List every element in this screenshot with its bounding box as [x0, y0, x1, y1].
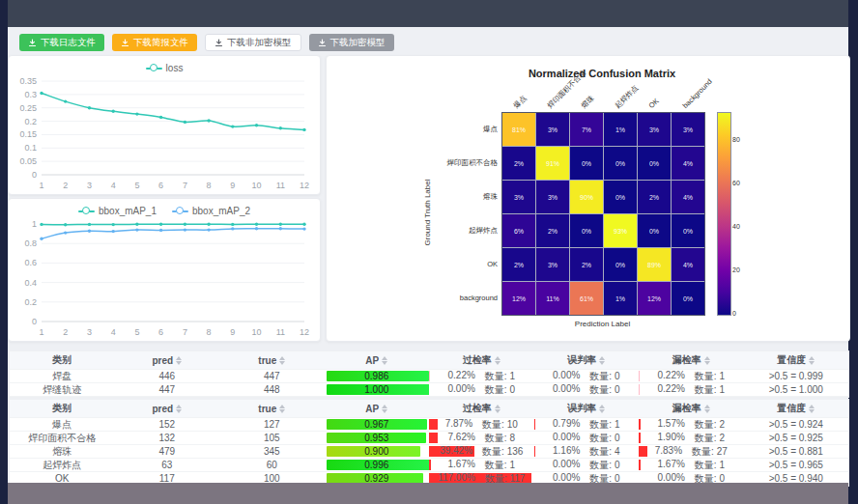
column-header-confidence[interactable]: 置信度: [744, 351, 849, 369]
column-header-label: 漏检率: [672, 353, 701, 367]
column-header-label: 置信度: [777, 402, 806, 415]
sort-caret-icon[interactable]: [495, 356, 500, 365]
column-header-over-rate[interactable]: 过检率: [429, 351, 534, 369]
sort-caret-icon[interactable]: [599, 405, 605, 413]
heatmap-cell: 81%: [502, 113, 535, 146]
top-header-bar: [8, 0, 848, 27]
rate-count: 数量: 136: [482, 445, 523, 458]
svg-text:7: 7: [183, 181, 187, 190]
svg-text:4: 4: [111, 327, 116, 337]
rate-cell: 1.90%数量: 2: [639, 432, 744, 444]
y-axis-label: Ground Truth Label: [423, 180, 432, 246]
legend-line-icon: [146, 64, 162, 72]
rate-percent: 1.57%: [658, 418, 685, 431]
rate-count: 数量: 2: [695, 432, 725, 444]
table-header-row: 类别predtrueAP过检率误判率漏检率置信度: [10, 351, 848, 370]
rate-percent: 39.42%: [440, 445, 472, 458]
sort-caret-icon[interactable]: [176, 356, 182, 365]
legend-label: loss: [166, 63, 184, 73]
legend-item[interactable]: loss: [146, 63, 184, 73]
results-table-1: 类别predtrueAP过检率误判率漏检率置信度焊盘4464470.9860.2…: [9, 350, 849, 398]
legend-item[interactable]: bbox_mAP_1: [78, 206, 157, 216]
map-chart-legend: bbox_mAP_1bbox_mAP_2: [9, 206, 320, 216]
legend-item[interactable]: bbox_mAP_2: [172, 206, 250, 216]
rate-bar: [429, 419, 438, 430]
category-cell: 起焊炸点: [10, 459, 115, 471]
category-cell: 焊印面积不合格: [10, 432, 115, 444]
confidence-cell: >0.5 = 0.881: [744, 445, 849, 458]
column-header-misjudge-rate[interactable]: 误判率: [534, 351, 640, 369]
y-tick-label: background: [426, 294, 498, 302]
sort-caret-icon[interactable]: [279, 405, 285, 413]
sort-caret-icon[interactable]: [704, 356, 710, 365]
heatmap-cell: 2%: [502, 147, 535, 180]
line-chart-canvas: 00.20.40.60.81123456789101112: [9, 199, 318, 339]
heatmap-cell: 3%: [638, 113, 671, 146]
sort-caret-icon[interactable]: [279, 356, 285, 365]
svg-text:3: 3: [87, 181, 92, 190]
download-encrypted-model-button[interactable]: 下载加密模型: [309, 34, 394, 51]
map-chart: 00.20.40.60.81123456789101112: [9, 199, 320, 343]
sort-caret-icon[interactable]: [809, 405, 815, 413]
pred-cell: 447: [115, 383, 220, 396]
heatmap-cell: 89%: [638, 248, 671, 281]
heatmap-cell: 91%: [536, 147, 569, 180]
svg-text:0.15: 0.15: [19, 129, 37, 139]
table-row: 熔珠4793450.90039.42%数量: 1361.16%数量: 47.83…: [10, 445, 848, 459]
column-header-pred[interactable]: pred: [115, 400, 220, 417]
true-cell: 447: [219, 370, 325, 382]
download-unencrypted-model-button[interactable]: 下载非加密模型: [205, 34, 301, 51]
sort-caret-icon[interactable]: [176, 405, 182, 413]
sort-caret-icon[interactable]: [382, 405, 387, 413]
svg-text:5: 5: [134, 327, 139, 337]
download-icon: [121, 39, 129, 47]
table-row: 起焊炸点63600.9961.67%数量: 10.00%数量: 01.67%数量…: [10, 459, 848, 472]
svg-text:11: 11: [276, 327, 285, 337]
table-row: 焊盘4464470.9860.22%数量: 10.00%数量: 00.22%数量…: [10, 370, 848, 383]
legend-line-icon: [78, 207, 95, 215]
colorbar: [717, 112, 731, 316]
column-header-misjudge-rate[interactable]: 误判率: [534, 400, 640, 417]
rate-cell: 0.00%数量: 0: [534, 459, 640, 471]
rate-count: 数量: 0: [589, 459, 619, 471]
colorbar-tick-label: 40: [732, 223, 740, 230]
column-header-ap[interactable]: AP: [325, 351, 430, 369]
sort-caret-icon[interactable]: [704, 405, 710, 413]
column-header-miss-rate[interactable]: 漏检率: [639, 400, 744, 417]
rate-count: 数量: 0: [589, 370, 619, 382]
heatmap-cell: 0%: [604, 181, 637, 213]
button-label: 下载简报文件: [133, 38, 188, 47]
rate-percent: 7.87%: [445, 418, 472, 431]
footer-bar: [8, 483, 848, 504]
column-header-label: AP: [365, 404, 379, 414]
loss-chart: 00.050.10.150.20.250.30.3512345678910111…: [9, 56, 320, 196]
heatmap-cell: 0%: [604, 147, 637, 180]
svg-text:12: 12: [300, 181, 309, 190]
confidence-cell: >0.5 = 0.925: [744, 432, 849, 444]
column-header-miss-rate[interactable]: 漏检率: [639, 351, 744, 369]
colorbar-tick-label: 60: [732, 180, 740, 186]
heatmap-cell: 93%: [604, 214, 637, 247]
sort-caret-icon[interactable]: [809, 356, 815, 365]
sort-caret-icon[interactable]: [599, 356, 605, 365]
sort-caret-icon[interactable]: [495, 405, 500, 413]
heatmap-cell: 1%: [604, 113, 637, 146]
column-header-ap[interactable]: AP: [325, 400, 430, 417]
main-content: 下载日志文件下载简报文件下载非加密模型下载加密模型 loss 00.050.10…: [8, 27, 848, 483]
svg-text:0: 0: [32, 317, 37, 326]
rate-percent: 1.67%: [448, 459, 475, 471]
sort-caret-icon[interactable]: [382, 356, 387, 365]
column-header-over-rate[interactable]: 过检率: [429, 400, 534, 417]
column-header-true[interactable]: true: [219, 400, 325, 417]
heatmap-cell: 0%: [570, 214, 603, 247]
column-header-pred[interactable]: pred: [115, 351, 220, 369]
pred-cell: 479: [115, 445, 220, 458]
column-header-true[interactable]: true: [219, 351, 325, 369]
rate-count: 数量: 1: [695, 383, 725, 396]
column-header-confidence[interactable]: 置信度: [744, 400, 849, 417]
x-tick-label: background: [681, 78, 713, 110]
button-label: 下载日志文件: [41, 38, 96, 47]
download-report-button[interactable]: 下载简报文件: [112, 34, 197, 51]
rate-cell: 7.83%数量: 27: [639, 445, 744, 458]
download-log-button[interactable]: 下载日志文件: [19, 34, 104, 51]
